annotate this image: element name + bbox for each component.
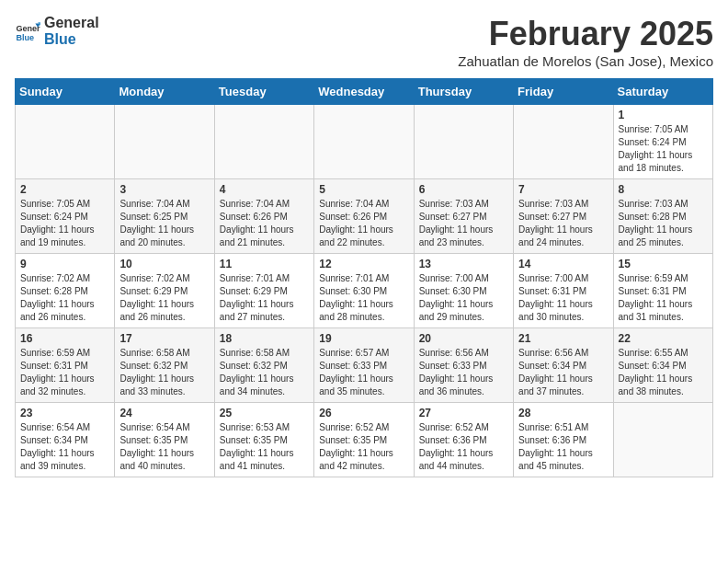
day-info: Sunrise: 7:01 AM Sunset: 6:29 PM Dayligh… — [220, 272, 309, 324]
day-number: 4 — [220, 183, 309, 196]
day-number: 12 — [319, 258, 408, 270]
calendar-cell: 8Sunrise: 7:03 AM Sunset: 6:28 PM Daylig… — [613, 179, 712, 254]
calendar-cell: 12Sunrise: 7:01 AM Sunset: 6:30 PM Dayli… — [314, 254, 414, 328]
month-title: February 2025 — [458, 15, 713, 53]
day-number: 17 — [119, 332, 209, 345]
calendar-week-row: 2Sunrise: 7:05 AM Sunset: 6:24 PM Daylig… — [16, 179, 713, 254]
day-number: 6 — [419, 183, 508, 196]
calendar-cell: 26Sunrise: 6:52 AM Sunset: 6:35 PM Dayli… — [314, 403, 414, 477]
day-number: 23 — [20, 407, 109, 419]
calendar-cell: 11Sunrise: 7:01 AM Sunset: 6:29 PM Dayli… — [214, 254, 313, 328]
day-number: 11 — [220, 258, 309, 270]
day-info: Sunrise: 7:04 AM Sunset: 6:26 PM Dayligh… — [319, 198, 408, 249]
calendar-week-row: 9Sunrise: 7:02 AM Sunset: 6:28 PM Daylig… — [16, 254, 713, 328]
calendar-cell: 28Sunrise: 6:51 AM Sunset: 6:36 PM Dayli… — [514, 403, 613, 477]
day-number: 14 — [518, 258, 608, 270]
svg-text:Blue: Blue — [16, 33, 34, 42]
day-info: Sunrise: 6:52 AM Sunset: 6:36 PM Dayligh… — [419, 421, 508, 473]
location-title: Zahuatlan de Morelos (San Jose), Mexico — [458, 53, 713, 69]
day-info: Sunrise: 6:56 AM Sunset: 6:33 PM Dayligh… — [419, 347, 508, 398]
calendar-table: SundayMondayTuesdayWednesdayThursdayFrid… — [15, 78, 713, 477]
weekday-thursday: Thursday — [414, 79, 513, 105]
day-info: Sunrise: 7:05 AM Sunset: 6:24 PM Dayligh… — [20, 198, 109, 249]
day-info: Sunrise: 7:04 AM Sunset: 6:26 PM Dayligh… — [220, 198, 309, 249]
day-info: Sunrise: 7:03 AM Sunset: 6:28 PM Dayligh… — [619, 198, 708, 249]
day-info: Sunrise: 7:00 AM Sunset: 6:31 PM Dayligh… — [518, 272, 608, 324]
weekday-friday: Friday — [514, 79, 613, 105]
calendar-cell: 9Sunrise: 7:02 AM Sunset: 6:28 PM Daylig… — [16, 254, 115, 328]
calendar-cell: 4Sunrise: 7:04 AM Sunset: 6:26 PM Daylig… — [214, 179, 313, 254]
day-number: 20 — [419, 332, 508, 345]
calendar-cell — [115, 105, 214, 179]
day-info: Sunrise: 7:01 AM Sunset: 6:30 PM Dayligh… — [319, 272, 408, 324]
day-info: Sunrise: 6:59 AM Sunset: 6:31 PM Dayligh… — [20, 347, 109, 398]
day-number: 7 — [518, 183, 608, 196]
day-number: 9 — [20, 258, 109, 270]
day-number: 26 — [319, 407, 408, 419]
calendar-cell: 24Sunrise: 6:54 AM Sunset: 6:35 PM Dayli… — [115, 403, 214, 477]
day-info: Sunrise: 6:58 AM Sunset: 6:32 PM Dayligh… — [119, 347, 209, 398]
day-number: 1 — [619, 109, 708, 121]
day-number: 16 — [20, 332, 109, 345]
calendar-cell: 7Sunrise: 7:03 AM Sunset: 6:27 PM Daylig… — [514, 179, 613, 254]
weekday-tuesday: Tuesday — [214, 79, 313, 105]
day-info: Sunrise: 6:53 AM Sunset: 6:35 PM Dayligh… — [220, 421, 309, 473]
day-info: Sunrise: 7:03 AM Sunset: 6:27 PM Dayligh… — [518, 198, 608, 249]
day-info: Sunrise: 7:05 AM Sunset: 6:24 PM Dayligh… — [619, 123, 708, 175]
calendar-cell — [613, 403, 712, 477]
day-info: Sunrise: 6:57 AM Sunset: 6:33 PM Dayligh… — [319, 347, 408, 398]
day-number: 27 — [419, 407, 508, 419]
logo: General Blue General Blue — [15, 15, 99, 48]
day-info: Sunrise: 6:54 AM Sunset: 6:34 PM Dayligh… — [20, 421, 109, 473]
day-number: 18 — [220, 332, 309, 345]
weekday-wednesday: Wednesday — [314, 79, 414, 105]
weekday-header-row: SundayMondayTuesdayWednesdayThursdayFrid… — [16, 79, 713, 105]
day-info: Sunrise: 7:04 AM Sunset: 6:25 PM Dayligh… — [119, 198, 209, 249]
day-number: 19 — [319, 332, 408, 345]
calendar-cell: 13Sunrise: 7:00 AM Sunset: 6:30 PM Dayli… — [414, 254, 513, 328]
day-info: Sunrise: 7:03 AM Sunset: 6:27 PM Dayligh… — [419, 198, 508, 249]
day-number: 21 — [518, 332, 608, 345]
calendar-cell: 23Sunrise: 6:54 AM Sunset: 6:34 PM Dayli… — [16, 403, 115, 477]
calendar-cell — [514, 105, 613, 179]
day-number: 10 — [119, 258, 209, 270]
day-info: Sunrise: 7:02 AM Sunset: 6:29 PM Dayligh… — [119, 272, 209, 324]
day-number: 2 — [20, 183, 109, 196]
calendar-cell: 27Sunrise: 6:52 AM Sunset: 6:36 PM Dayli… — [414, 403, 513, 477]
calendar-cell: 20Sunrise: 6:56 AM Sunset: 6:33 PM Dayli… — [414, 328, 513, 403]
calendar-cell: 1Sunrise: 7:05 AM Sunset: 6:24 PM Daylig… — [613, 105, 712, 179]
calendar-cell: 25Sunrise: 6:53 AM Sunset: 6:35 PM Dayli… — [214, 403, 313, 477]
calendar-cell: 10Sunrise: 7:02 AM Sunset: 6:29 PM Dayli… — [115, 254, 214, 328]
calendar-cell: 6Sunrise: 7:03 AM Sunset: 6:27 PM Daylig… — [414, 179, 513, 254]
calendar-cell — [314, 105, 414, 179]
weekday-saturday: Saturday — [613, 79, 712, 105]
day-number: 5 — [319, 183, 408, 196]
day-number: 8 — [619, 183, 708, 196]
day-info: Sunrise: 6:52 AM Sunset: 6:35 PM Dayligh… — [319, 421, 408, 473]
calendar-cell — [16, 105, 115, 179]
calendar-week-row: 1Sunrise: 7:05 AM Sunset: 6:24 PM Daylig… — [16, 105, 713, 179]
calendar-cell — [214, 105, 313, 179]
day-number: 22 — [619, 332, 708, 345]
calendar-week-row: 16Sunrise: 6:59 AM Sunset: 6:31 PM Dayli… — [16, 328, 713, 403]
logo-icon: General Blue — [15, 18, 40, 44]
calendar-cell: 19Sunrise: 6:57 AM Sunset: 6:33 PM Dayli… — [314, 328, 414, 403]
day-number: 25 — [220, 407, 309, 419]
calendar-cell: 2Sunrise: 7:05 AM Sunset: 6:24 PM Daylig… — [16, 179, 115, 254]
day-info: Sunrise: 6:51 AM Sunset: 6:36 PM Dayligh… — [518, 421, 608, 473]
day-number: 28 — [518, 407, 608, 419]
day-number: 3 — [119, 183, 209, 196]
day-info: Sunrise: 7:02 AM Sunset: 6:28 PM Dayligh… — [20, 272, 109, 324]
weekday-sunday: Sunday — [16, 79, 115, 105]
title-area: February 2025 Zahuatlan de Morelos (San … — [458, 15, 713, 69]
logo-blue: Blue — [44, 31, 76, 47]
calendar-cell: 17Sunrise: 6:58 AM Sunset: 6:32 PM Dayli… — [115, 328, 214, 403]
calendar-cell: 18Sunrise: 6:58 AM Sunset: 6:32 PM Dayli… — [214, 328, 313, 403]
day-info: Sunrise: 6:59 AM Sunset: 6:31 PM Dayligh… — [619, 272, 708, 324]
logo-general: General — [44, 15, 99, 30]
header: General Blue General Blue February 2025 … — [15, 15, 713, 69]
day-info: Sunrise: 6:55 AM Sunset: 6:34 PM Dayligh… — [619, 347, 708, 398]
calendar-week-row: 23Sunrise: 6:54 AM Sunset: 6:34 PM Dayli… — [16, 403, 713, 477]
day-number: 15 — [619, 258, 708, 270]
weekday-monday: Monday — [115, 79, 214, 105]
